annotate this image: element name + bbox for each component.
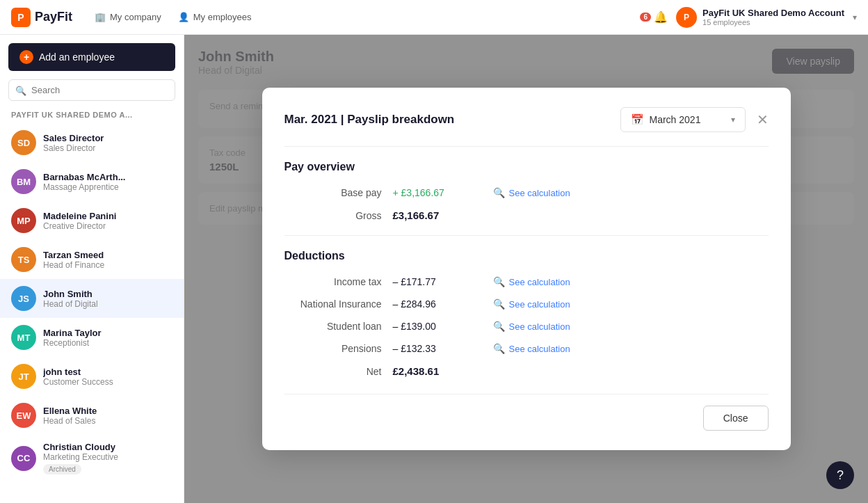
nav-my-company[interactable]: 🏢 My company	[95, 9, 161, 25]
date-selector[interactable]: 📅 March 2021 ▾	[620, 107, 746, 132]
employee-info: Sales Director Sales Director	[43, 133, 172, 153]
pay-overview-title: Pay overview	[284, 161, 769, 173]
section-divider	[284, 235, 769, 236]
magnifier-icon: 🔍	[493, 321, 505, 332]
logo-icon: P	[11, 8, 31, 27]
income-tax-label: Income tax	[284, 276, 382, 287]
employee-info: Ellena White Head of Sales	[43, 406, 172, 426]
employee-role: Head of Finance	[43, 260, 172, 270]
employee-role: Marketing Executive	[43, 452, 172, 462]
account-name: PayFit UK Shared Demo Account	[702, 8, 844, 18]
employee-info: Christian Cloudy Marketing Executive Arc…	[43, 442, 172, 474]
list-item-christian[interactable]: CC Christian Cloudy Marketing Executive …	[0, 435, 184, 481]
modal-overlay: Mar. 2021 | Payslip breakdown 📅 March 20…	[184, 35, 868, 503]
gross-row: Gross £3,166.67	[284, 209, 769, 221]
modal-divider	[284, 146, 769, 147]
modal-footer: Close	[284, 394, 769, 431]
list-item[interactable]: BM Barnabas McArth... Massage Apprentice	[0, 162, 184, 201]
employee-name: Barnabas McArth...	[43, 172, 172, 182]
avatar: BM	[11, 169, 36, 194]
employee-name: Tarzan Smeed	[43, 250, 172, 260]
account-details: PayFit UK Shared Demo Account 15 employe…	[702, 8, 844, 26]
avatar: SD	[11, 130, 36, 155]
top-navigation: P PayFit 🏢 My company 👤 My employees 6 🔔…	[0, 0, 868, 35]
list-item[interactable]: TS Tarzan Smeed Head of Finance	[0, 240, 184, 279]
employee-role: Sales Director	[43, 143, 172, 153]
plus-circle-icon: +	[19, 50, 33, 64]
chevron-down-icon: ▾	[731, 115, 735, 125]
list-item-john-test[interactable]: JT john test Customer Success	[0, 357, 184, 396]
account-sub: 15 employees	[702, 18, 844, 26]
magnifier-icon: 🔍	[493, 298, 505, 310]
employee-role: Massage Apprentice	[43, 182, 172, 192]
notification-badge[interactable]: 6 🔔	[640, 10, 668, 24]
magnifier-icon: 🔍	[493, 343, 505, 354]
help-button[interactable]: ?	[826, 461, 854, 489]
search-box: 🔍	[8, 79, 175, 101]
nav-my-employees-label: My employees	[193, 12, 252, 22]
modal-close-button[interactable]: ✕	[757, 113, 769, 127]
income-tax-value: – £171.77	[393, 276, 476, 287]
magnifier-icon: 🔍	[493, 187, 505, 198]
employee-name: Marina Taylor	[43, 328, 172, 338]
list-item-john-smith[interactable]: JS John Smith Head of Digital	[0, 279, 184, 318]
avatar: CC	[11, 446, 36, 471]
employee-info: Barnabas McArth... Massage Apprentice	[43, 172, 172, 192]
employee-name: Sales Director	[43, 133, 172, 143]
search-icon: 🔍	[15, 85, 26, 95]
modal-title: Mar. 2021 | Payslip breakdown	[284, 113, 455, 127]
employee-name: Madeleine Panini	[43, 211, 172, 221]
national-insurance-value: – £284.96	[393, 298, 476, 310]
gross-value: £3,166.67	[393, 209, 476, 221]
account-avatar: P	[676, 7, 697, 28]
avatar: MP	[11, 208, 36, 233]
list-item[interactable]: EW Ellena White Head of Sales	[0, 396, 184, 435]
pay-overview-section: Pay overview Base pay + £3,166.67 🔍 See …	[284, 161, 769, 221]
avatar: JT	[11, 364, 36, 389]
employee-info: john test Customer Success	[43, 367, 172, 387]
add-employee-button[interactable]: + Add an employee	[8, 43, 175, 71]
employee-name: john test	[43, 367, 172, 377]
base-pay-see-calculation-button[interactable]: 🔍 See calculation	[493, 187, 570, 198]
pensions-row: Pensions – £132.33 🔍 See calculation	[284, 343, 769, 354]
list-item[interactable]: SD Sales Director Sales Director	[0, 123, 184, 162]
list-item[interactable]: MT Marina Taylor Receptionist	[0, 318, 184, 357]
logo: P PayFit	[11, 8, 72, 27]
employee-info: Marina Taylor Receptionist	[43, 328, 172, 348]
employee-info: Madeleine Panini Creative Director	[43, 211, 172, 231]
employee-role: Receptionist	[43, 338, 172, 348]
pensions-see-calculation-button[interactable]: 🔍 See calculation	[493, 343, 570, 354]
nav-right: 6 🔔 P PayFit UK Shared Demo Account 15 e…	[640, 7, 857, 28]
modal-header-right: 📅 March 2021 ▾ ✕	[620, 107, 769, 132]
student-loan-row: Student loan – £139.00 🔍 See calculation	[284, 321, 769, 332]
avatar: EW	[11, 403, 36, 428]
student-loan-see-calculation-button[interactable]: 🔍 See calculation	[493, 321, 570, 332]
company-label: PayFit UK Shared Demo A...	[0, 106, 184, 123]
account-info[interactable]: P PayFit UK Shared Demo Account 15 emplo…	[676, 7, 857, 28]
income-tax-row: Income tax – £171.77 🔍 See calculation	[284, 276, 769, 287]
search-input[interactable]	[8, 79, 175, 101]
building-icon: 🏢	[95, 12, 106, 22]
employee-role: Creative Director	[43, 221, 172, 231]
employee-role: Head of Sales	[43, 416, 172, 426]
student-loan-value: – £139.00	[393, 321, 476, 332]
list-item[interactable]: MP Madeleine Panini Creative Director	[0, 201, 184, 240]
nav-my-employees[interactable]: 👤 My employees	[178, 9, 252, 25]
national-insurance-see-calculation-button[interactable]: 🔍 See calculation	[493, 298, 570, 310]
modal-header: Mar. 2021 | Payslip breakdown 📅 March 20…	[284, 107, 769, 132]
bell-icon: 🔔	[654, 10, 668, 24]
income-tax-see-calculation-button[interactable]: 🔍 See calculation	[493, 276, 570, 287]
base-pay-label: Base pay	[284, 187, 382, 198]
pensions-value: – £132.33	[393, 343, 476, 354]
base-pay-row: Base pay + £3,166.67 🔍 See calculation	[284, 187, 769, 198]
national-insurance-row: National Insurance – £284.96 🔍 See calcu…	[284, 298, 769, 310]
nav-my-company-label: My company	[110, 12, 161, 22]
content-area: John Smith Head of Digital View payslip …	[184, 35, 868, 503]
archived-badge: Archived	[43, 464, 81, 474]
magnifier-icon: 🔍	[493, 276, 505, 287]
employee-name: Ellena White	[43, 406, 172, 416]
close-button[interactable]: Close	[703, 406, 769, 431]
notification-count: 6	[640, 13, 651, 22]
main-layout: + Add an employee 🔍 PayFit UK Shared Dem…	[0, 35, 868, 503]
avatar: MT	[11, 325, 36, 350]
